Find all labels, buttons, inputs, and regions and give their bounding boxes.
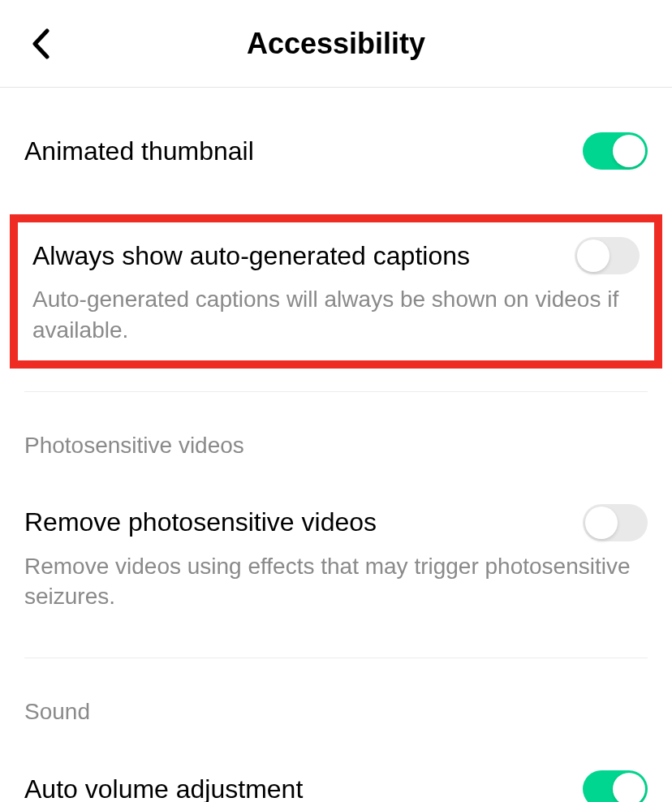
toggle-sound[interactable] [583, 770, 648, 802]
setting-title-photosensitive: Remove photosensitive videos [24, 507, 377, 537]
setting-title-sound: Auto volume adjustment [24, 774, 303, 802]
setting-title-animated-thumbnail: Animated thumbnail [24, 136, 254, 166]
toggle-photosensitive[interactable] [583, 504, 648, 541]
highlight-annotation: Always show auto-generated captions Auto… [10, 214, 662, 369]
section-header-sound: Sound [0, 699, 672, 725]
toggle-knob [613, 135, 645, 167]
chevron-left-icon [32, 28, 50, 59]
section-header-photosensitive: Photosensitive videos [0, 433, 672, 459]
toggle-knob [613, 773, 645, 802]
divider [24, 391, 648, 392]
setting-photosensitive: Remove photosensitive videos Remove vide… [0, 481, 672, 636]
setting-description-auto-captions: Auto-generated captions will always be s… [18, 284, 654, 346]
page-title: Accessibility [24, 27, 648, 61]
toggle-knob [577, 239, 610, 272]
header: Accessibility [0, 0, 672, 88]
settings-content: Animated thumbnail Always show auto-gene… [0, 88, 672, 802]
setting-description-photosensitive: Remove videos using effects that may tri… [0, 551, 672, 613]
toggle-auto-captions[interactable] [575, 237, 640, 274]
back-button[interactable] [24, 28, 57, 60]
toggle-knob [585, 507, 618, 539]
setting-title-auto-captions: Always show auto-generated captions [32, 241, 470, 271]
setting-auto-captions: Always show auto-generated captions [18, 237, 654, 274]
toggle-animated-thumbnail[interactable] [583, 132, 648, 170]
divider [24, 658, 648, 658]
setting-sound: Auto volume adjustment The video volume … [0, 748, 672, 802]
setting-animated-thumbnail: Animated thumbnail [0, 110, 672, 192]
